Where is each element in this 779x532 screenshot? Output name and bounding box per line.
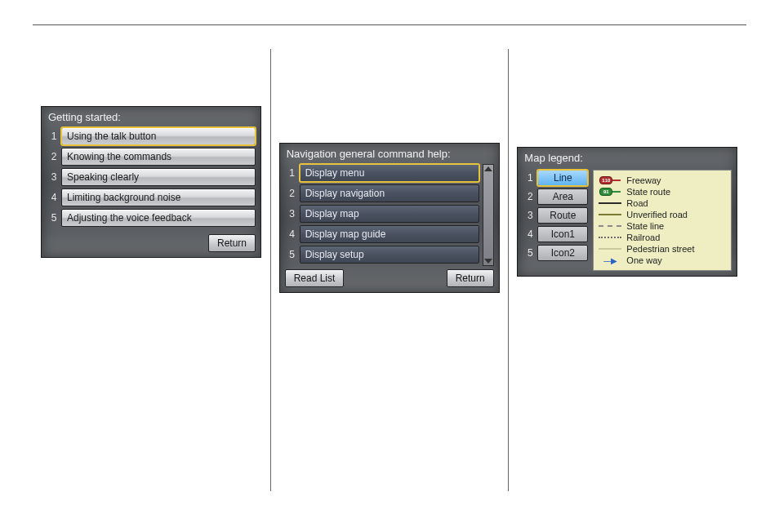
- panel-title: Map legend:: [518, 148, 737, 166]
- row-number: 4: [285, 228, 300, 240]
- legend-item-label: State route: [626, 187, 670, 197]
- line-swatch-icon: [599, 245, 621, 253]
- row-number: 4: [523, 228, 537, 240]
- legend-item: 91State route: [599, 187, 726, 197]
- column-1: Getting started: 1Using the talk button2…: [33, 49, 270, 491]
- list-row: 4Display map guide: [285, 225, 479, 243]
- three-column-layout: Getting started: 1Using the talk button2…: [33, 49, 746, 491]
- getting-started-panel: Getting started: 1Using the talk button2…: [41, 106, 261, 258]
- legend-category-button[interactable]: Area: [537, 188, 588, 205]
- row-number: 3: [47, 171, 61, 183]
- row-number: 3: [285, 208, 300, 219]
- legend-item: State line: [599, 221, 726, 231]
- list-row: 3Route: [523, 207, 588, 224]
- getting-started-list: 1Using the talk button2Knowing the comma…: [42, 126, 260, 234]
- scroll-down-icon[interactable]: [484, 259, 492, 264]
- list-row: 2Display navigation: [285, 184, 479, 202]
- dashed-line-swatch-icon: [599, 222, 621, 230]
- command-item-button[interactable]: Display setup: [300, 246, 479, 264]
- legend-item: Railroad: [599, 233, 726, 242]
- interstate-shield-icon: 110: [599, 176, 621, 184]
- legend-item-label: Pedestrian street: [626, 244, 694, 254]
- list-row: 2Knowing the commands: [47, 148, 256, 166]
- list-row: 1Line: [523, 170, 588, 186]
- row-number: 1: [47, 131, 61, 142]
- command-item-button[interactable]: Display map guide: [300, 225, 479, 243]
- map-legend-panel: Map legend: 1Line2Area3Route4Icon15Icon2…: [517, 147, 737, 277]
- oneway-arrow-icon: ––▶: [599, 256, 621, 264]
- legend-item-label: Road: [626, 198, 648, 208]
- row-number: 2: [47, 151, 61, 162]
- list-row: 4Icon1: [523, 226, 588, 242]
- row-number: 5: [47, 212, 61, 224]
- list-row: 5Adjusting the voice feedback: [47, 209, 256, 227]
- scrollbar[interactable]: [483, 164, 494, 266]
- legend-item: ––▶One way: [599, 255, 726, 265]
- dotted-line-swatch-icon: [599, 233, 621, 242]
- page-divider: [33, 24, 746, 25]
- command-help-panel: Navigation general command help: 1Displa…: [279, 143, 500, 293]
- list-row: 2Area: [523, 188, 588, 205]
- read-list-button[interactable]: Read List: [285, 269, 345, 287]
- row-number: 3: [523, 210, 537, 221]
- row-number: 2: [523, 191, 537, 202]
- command-item-button[interactable]: Display menu: [300, 164, 479, 182]
- column-3: Map legend: 1Line2Area3Route4Icon15Icon2…: [509, 49, 746, 491]
- row-number: 4: [47, 192, 61, 203]
- tutorial-item-button[interactable]: Using the talk button: [61, 127, 256, 145]
- command-item-button[interactable]: Display map: [300, 205, 479, 223]
- row-number: 5: [523, 247, 537, 259]
- legend-category-button[interactable]: Icon1: [537, 226, 588, 242]
- legend-item-label: Railroad: [626, 233, 660, 242]
- return-button[interactable]: Return: [208, 234, 256, 252]
- row-number: 5: [285, 249, 300, 260]
- list-row: 1Using the talk button: [47, 127, 256, 145]
- legend-category-list: 1Line2Area3Route4Icon15Icon2: [523, 170, 588, 271]
- stateroute-shield-icon: 91: [599, 188, 621, 196]
- column-2: Navigation general command help: 1Displa…: [271, 49, 509, 491]
- tutorial-item-button[interactable]: Limiting background noise: [61, 188, 256, 206]
- list-row: 1Display menu: [285, 164, 479, 182]
- legend-category-button[interactable]: Line: [537, 170, 588, 186]
- row-number: 1: [285, 167, 300, 179]
- legend-item: Pedestrian street: [599, 244, 726, 254]
- line-swatch-icon: [599, 211, 621, 219]
- legend-item: 110Freeway: [599, 175, 726, 185]
- panel-footer: Read List Return: [280, 269, 499, 292]
- list-row: 5Display setup: [285, 246, 479, 264]
- panel-title: Getting started:: [42, 107, 260, 126]
- legend-category-button[interactable]: Route: [537, 207, 588, 224]
- row-number: 2: [285, 188, 300, 199]
- legend-item-label: One way: [626, 255, 661, 265]
- legend-key: 110Freeway91State routeRoadUnverified ro…: [593, 170, 732, 271]
- return-button[interactable]: Return: [447, 269, 494, 287]
- legend-item: Unverified road: [599, 210, 726, 219]
- scroll-up-icon[interactable]: [484, 166, 492, 171]
- legend-item-label: State line: [626, 221, 664, 231]
- tutorial-item-button[interactable]: Adjusting the voice feedback: [61, 209, 256, 227]
- list-row: 5Icon2: [523, 245, 588, 261]
- panel-footer: Return: [42, 234, 260, 257]
- panel-title: Navigation general command help:: [280, 144, 499, 162]
- list-row: 3Speaking clearly: [47, 168, 256, 186]
- tutorial-item-button[interactable]: Speaking clearly: [61, 168, 256, 186]
- list-row: 4Limiting background noise: [47, 188, 256, 206]
- row-number: 1: [523, 172, 537, 184]
- legend-item: Road: [599, 198, 726, 208]
- tutorial-item-button[interactable]: Knowing the commands: [61, 148, 256, 166]
- legend-item-label: Unverified road: [626, 210, 688, 219]
- list-row: 3Display map: [285, 205, 479, 223]
- legend-item-label: Freeway: [626, 175, 661, 185]
- legend-category-button[interactable]: Icon2: [537, 245, 588, 261]
- line-swatch-icon: [599, 199, 621, 207]
- command-help-list: 1Display menu2Display navigation3Display…: [285, 164, 479, 266]
- command-item-button[interactable]: Display navigation: [300, 184, 479, 202]
